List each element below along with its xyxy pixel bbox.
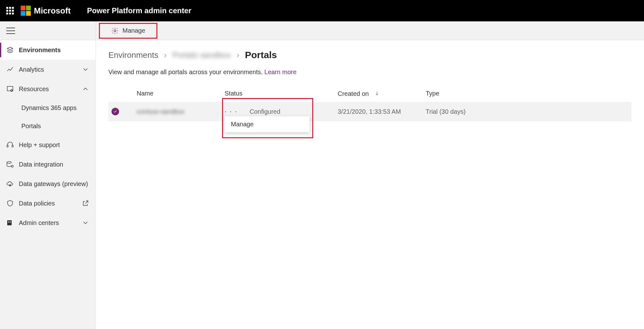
shield-icon	[6, 200, 14, 207]
sidebar-item-data-integration[interactable]: Data integration	[0, 155, 96, 174]
svg-point-4	[7, 162, 11, 163]
svg-point-9	[114, 30, 116, 32]
hamburger-icon[interactable]	[6, 28, 15, 34]
chevron-down-icon	[82, 219, 89, 227]
sidebar-subitem-dynamics365[interactable]: Dynamics 365 apps	[0, 99, 96, 117]
analytics-icon	[6, 66, 14, 73]
sidebar-item-label: Admin centers	[19, 219, 59, 227]
sidebar-item-label: Resources	[19, 85, 49, 93]
sidebar-item-label: Data gateways (preview)	[19, 180, 88, 188]
column-header-name[interactable]: Name	[134, 85, 221, 102]
sidebar-item-label: Environments	[19, 47, 61, 54]
learn-more-link[interactable]: Learn more	[265, 69, 297, 75]
column-header-created-on[interactable]: Created on	[335, 85, 423, 102]
sort-descending-icon	[373, 90, 381, 97]
sidebar-item-data-policies[interactable]: Data policies	[0, 194, 96, 213]
breadcrumb-root[interactable]: Environments	[108, 50, 158, 60]
description-text: View and manage all portals across your …	[108, 69, 265, 75]
command-bar: Manage	[96, 21, 644, 40]
status-cell: · · · Configured Manage	[225, 107, 331, 116]
row-context-menu: Manage	[225, 116, 309, 132]
svg-point-1	[11, 90, 13, 91]
row-type: Trial (30 days)	[426, 108, 466, 115]
svg-rect-8	[10, 222, 11, 222]
svg-rect-0	[7, 86, 13, 91]
manage-button[interactable]: Manage	[100, 24, 156, 38]
svg-rect-7	[8, 222, 9, 222]
sidebar-item-resources[interactable]: Resources	[0, 79, 96, 99]
chevron-down-icon	[82, 66, 89, 73]
column-header-status[interactable]: Status	[221, 85, 335, 102]
breadcrumb: Environments › Portals sandbox › Portals	[108, 50, 631, 60]
app-title: Power Platform admin center	[87, 6, 191, 15]
sidebar-item-label: Help + support	[19, 141, 60, 149]
sidebar-subitem-label: Portals	[21, 123, 41, 130]
page-body: Environments › Portals sandbox › Portals…	[96, 40, 644, 329]
context-menu-item-manage[interactable]: Manage	[231, 121, 303, 128]
more-actions-icon[interactable]: · · ·	[225, 107, 237, 115]
sidebar-item-data-gateways[interactable]: Data gateways (preview)	[0, 174, 96, 194]
microsoft-logo-icon	[21, 6, 31, 16]
column-header-type[interactable]: Type	[423, 85, 631, 102]
svg-rect-6	[7, 220, 12, 225]
microsoft-logo[interactable]: Microsoft	[21, 6, 71, 16]
portals-table: Name Status Created on Type	[108, 85, 631, 121]
external-link-icon	[82, 200, 89, 207]
chevron-up-icon	[82, 85, 89, 93]
breadcrumb-current: Portals	[245, 50, 277, 60]
sidebar-item-admin-centers[interactable]: Admin centers	[0, 213, 96, 233]
row-selected-icon[interactable]	[112, 108, 119, 115]
brand-label: Microsoft	[34, 6, 71, 16]
resources-icon	[6, 85, 14, 93]
row-name: contoso-sandbox	[137, 108, 184, 115]
sidebar-item-help-support[interactable]: Help + support	[0, 135, 96, 155]
app-launcher-icon[interactable]	[6, 7, 14, 14]
svg-point-5	[11, 165, 13, 167]
sidebar-subitem-label: Dynamics 365 apps	[21, 104, 77, 112]
breadcrumb-environment-name[interactable]: Portals sandbox	[172, 50, 231, 60]
row-status: Configured	[249, 108, 280, 115]
headset-icon	[6, 141, 14, 149]
data-integration-icon	[6, 161, 14, 168]
breadcrumb-separator: ›	[237, 50, 239, 60]
breadcrumb-separator: ›	[164, 50, 167, 60]
content-area: Manage Environments › Portals sandbox › …	[96, 21, 644, 329]
gear-icon	[111, 27, 119, 35]
cloud-icon	[6, 180, 14, 188]
annotation-highlight-box: Manage	[99, 23, 157, 39]
page-description: View and manage all portals across your …	[108, 69, 631, 76]
column-header-label: Created on	[338, 90, 369, 97]
sidebar-item-label: Data policies	[19, 200, 55, 207]
sidebar-item-environments[interactable]: Environments	[0, 40, 96, 60]
top-header: Microsoft Power Platform admin center	[0, 0, 644, 21]
row-created-on: 3/21/2020, 1:33:53 AM	[338, 108, 401, 115]
svg-rect-3	[12, 145, 13, 147]
svg-rect-2	[7, 145, 8, 147]
layers-icon	[6, 46, 14, 54]
sidebar-item-label: Data integration	[19, 161, 63, 168]
manage-button-label: Manage	[123, 27, 145, 34]
sidebar-toggle-row	[0, 21, 96, 40]
sidebar-subitem-portals[interactable]: Portals	[0, 117, 96, 135]
sidebar-item-analytics[interactable]: Analytics	[0, 60, 96, 79]
sidebar-item-label: Analytics	[19, 66, 44, 73]
table-row[interactable]: contoso-sandbox · · · Configured Manage	[108, 102, 631, 121]
admin-centers-icon	[6, 219, 14, 227]
sidebar: Environments Analytics Resources Dynamic…	[0, 21, 96, 329]
